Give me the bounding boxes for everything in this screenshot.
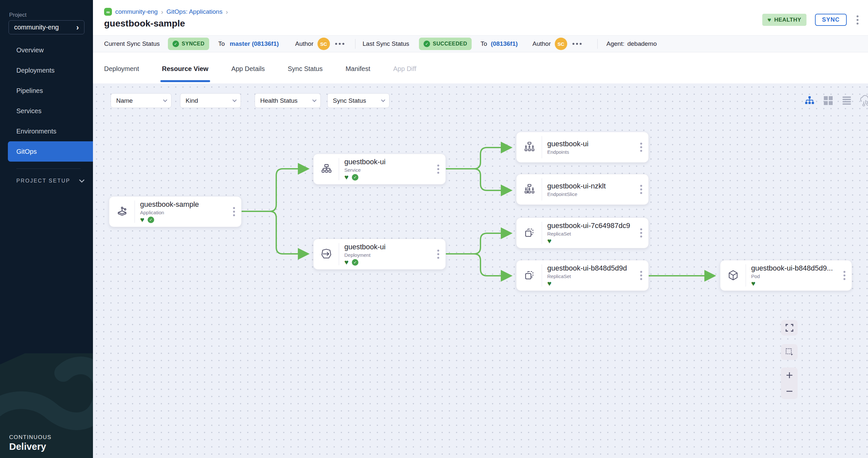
tab-app-details[interactable]: App Details (231, 65, 265, 84)
project-selector[interactable]: community-eng › (8, 20, 85, 34)
fullscreen-icon (785, 323, 794, 332)
tab-manifest[interactable]: Manifest (346, 65, 371, 84)
sync-status-bar: Current Sync Status ✓ SYNCED To master (… (93, 35, 868, 52)
healthy-heart-icon: ♥ (547, 280, 552, 287)
node-endpointslice[interactable]: guestbook-ui-nzklt EndpointSlice (516, 174, 649, 205)
check-circle-icon: ✓ (424, 40, 430, 47)
node-replicaset-b848d5d9d[interactable]: guestbook-ui-b848d5d9d ReplicaSet ♥ (516, 260, 649, 291)
marquee-select-icon (785, 348, 794, 357)
commit-more-button[interactable] (335, 43, 344, 45)
node-endpoints[interactable]: guestbook-ui Endpoints (516, 132, 649, 163)
node-deployment[interactable]: guestbook-ui Deployment ♥✓ (313, 239, 446, 269)
to-label: To (480, 40, 487, 47)
chevron-down-icon (79, 177, 85, 183)
healthy-heart-icon: ♥ (768, 17, 771, 24)
current-sync-label: Current Sync Status (104, 40, 160, 47)
node-kind: Application (140, 210, 227, 215)
breadcrumb-project-link[interactable]: community-eng (115, 8, 158, 15)
endpoints-icon (517, 136, 542, 158)
sidebar-footer: CONTINUOUS Delivery (0, 353, 93, 458)
gitops-application-page: Project community-eng › Overview Deploym… (0, 0, 868, 458)
node-service[interactable]: guestbook-ui Service ♥✓ (313, 154, 446, 185)
author-label: Author (532, 40, 551, 47)
chevron-right-icon: › (76, 24, 79, 31)
divider (597, 39, 598, 49)
synced-badge: ✓ SYNCED (168, 38, 209, 50)
synced-badge-label: SYNCED (182, 41, 205, 47)
replicaset-icon (517, 222, 542, 244)
project-setup-toggle[interactable]: PROJECT SETUP (17, 178, 83, 184)
tab-app-diff: App Diff (393, 65, 416, 84)
breadcrumb-separator: › (226, 8, 228, 16)
sidebar-item-pipelines[interactable]: Pipelines (0, 80, 93, 101)
node-menu-button[interactable] (227, 197, 241, 227)
pod-icon (720, 264, 746, 287)
node-menu-button[interactable] (431, 154, 445, 184)
agent-value: debademo (627, 40, 657, 47)
node-kind: ReplicaSet (547, 273, 634, 279)
marquee-select-button[interactable] (781, 344, 798, 360)
current-revision-link[interactable]: master (08136f1) (230, 40, 279, 47)
fullscreen-button[interactable] (781, 320, 798, 336)
node-pod[interactable]: guestbook-ui-b848d5d9... Pod ♥ (720, 260, 852, 291)
synced-check-icon: ✓ (352, 259, 359, 266)
node-kind: ReplicaSet (547, 231, 634, 236)
node-title: guestbook-ui (547, 140, 634, 148)
node-replicaset-7c64987dc9[interactable]: guestbook-ui-7c64987dc9 ReplicaSet ♥ (516, 218, 649, 248)
node-menu-button[interactable] (634, 218, 648, 248)
healthy-heart-icon: ♥ (547, 237, 552, 245)
main-content: ∞ community-eng › GitOps: Applications ›… (93, 0, 868, 458)
node-title: guestbook-ui (344, 158, 431, 166)
node-menu-button[interactable] (634, 132, 648, 162)
synced-check-icon: ✓ (148, 217, 154, 223)
succeeded-badge: ✓ SUCCEEDED (419, 38, 472, 50)
sidebar-item-services[interactable]: Services (0, 101, 93, 121)
last-revision-link[interactable]: (08136f1) (491, 40, 518, 47)
commit-more-button[interactable] (572, 43, 582, 45)
agent-label: Agent: (607, 40, 624, 47)
endpointslice-icon (517, 178, 542, 200)
gitops-link-icon: ∞ (104, 8, 112, 16)
node-kind: EndpointSlice (547, 191, 634, 197)
author-avatar[interactable]: SC (317, 38, 330, 50)
sidebar-nav: Overview Deployments Pipelines Services … (0, 40, 93, 162)
tab-sync-status[interactable]: Sync Status (288, 65, 323, 84)
page-header: ∞ community-eng › GitOps: Applications ›… (93, 0, 868, 35)
project-setup-label: PROJECT SETUP (17, 178, 70, 184)
zoom-out-icon[interactable] (784, 386, 794, 396)
sidebar-item-deployments[interactable]: Deployments (0, 60, 93, 80)
sidebar-divider (17, 168, 81, 169)
tab-bar: Deployment Resource View App Details Syn… (93, 52, 868, 84)
node-title: guestbook-ui-7c64987dc9 (547, 222, 634, 230)
tab-resource-view[interactable]: Resource View (162, 65, 209, 84)
sidebar-item-environments[interactable]: Environments (0, 121, 93, 141)
breadcrumb-separator: › (161, 8, 163, 16)
node-menu-button[interactable] (634, 174, 648, 204)
resource-tree-canvas[interactable]: Name Kind Health Status Sync Status (93, 84, 868, 458)
node-menu-button[interactable] (431, 239, 445, 269)
node-application[interactable]: guestbook-sample Application ♥✓ (109, 196, 242, 227)
healthy-heart-icon: ♥ (751, 280, 755, 287)
sidebar-item-gitops[interactable]: GitOps (8, 141, 93, 162)
node-kind: Deployment (344, 252, 431, 258)
zoom-in-icon[interactable] (784, 370, 794, 380)
sidebar-item-overview[interactable]: Overview (0, 40, 93, 60)
application-icon (109, 200, 135, 223)
project-label: Project (9, 12, 27, 18)
tab-deployment[interactable]: Deployment (104, 65, 139, 84)
node-title: guestbook-ui-b848d5d9d (547, 264, 634, 272)
divider (355, 39, 355, 49)
zoom-controls (781, 367, 798, 399)
author-avatar[interactable]: SC (555, 38, 567, 50)
succeeded-badge-label: SUCCEEDED (433, 41, 467, 47)
breadcrumb-applications-link[interactable]: GitOps: Applications (166, 8, 223, 15)
sync-button[interactable]: SYNC (815, 14, 847, 26)
healthy-heart-icon: ♥ (140, 216, 144, 223)
node-menu-button[interactable] (634, 260, 648, 291)
health-badge-label: HEALTHY (774, 17, 801, 23)
more-options-button[interactable] (855, 14, 860, 26)
node-menu-button[interactable] (837, 260, 851, 291)
project-selector-value: community-eng (14, 24, 59, 31)
synced-check-icon: ✓ (352, 174, 359, 181)
brand-delivery: Delivery (9, 441, 52, 452)
